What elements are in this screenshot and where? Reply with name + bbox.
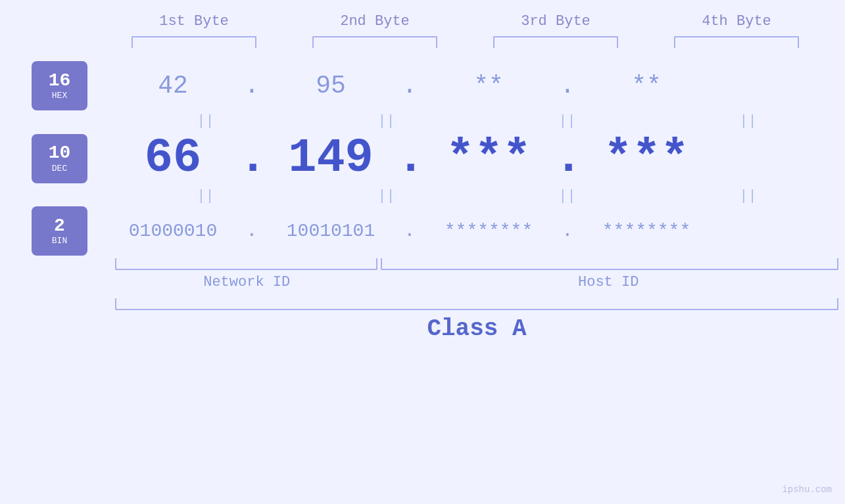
bin-ip-row: 01000010 . 10010101 . ******** . *******… [107, 221, 845, 241]
hex-ip-row: 42 . 95 . ** . ** [107, 72, 845, 100]
eq2-b1: || [140, 188, 272, 204]
label-row: Network ID Host ID [115, 274, 838, 290]
bin-number: 2 [54, 216, 65, 237]
bracket-4 [674, 36, 799, 48]
hex-b3: ** [423, 72, 554, 100]
hex-b2: 95 [265, 72, 397, 100]
hex-badge: 16 HEX [32, 61, 87, 110]
equals-row-2: || || || || [115, 185, 838, 206]
dec-badge: 10 DEC [32, 134, 87, 183]
dec-b1: 66 [107, 131, 239, 185]
equals-row-1: || || || || [115, 110, 838, 131]
bin-badge: 2 BIN [32, 206, 87, 256]
eq1-b4: || [683, 113, 814, 129]
byte2-label: 2nd Byte [302, 13, 447, 30]
dec-dot2: . [397, 131, 423, 185]
full-bracket [115, 298, 838, 310]
eq2-b3: || [502, 188, 633, 204]
dec-b4: *** [581, 131, 712, 185]
bin-dot1: . [239, 221, 265, 241]
dec-row: 10 DEC 66 . 149 . *** . *** [0, 131, 845, 185]
hex-label: HEX [52, 91, 67, 101]
dec-dot3: . [554, 131, 581, 185]
bin-b3: ******** [423, 221, 554, 241]
host-id-label: Host ID [378, 274, 838, 290]
dec-ip-row: 66 . 149 . *** . *** [107, 131, 845, 185]
byte3-label: 3rd Byte [483, 13, 628, 30]
network-bracket [115, 258, 377, 270]
bottom-bracket-row [115, 258, 838, 270]
bin-dot3: . [554, 221, 581, 241]
eq2-b4: || [683, 188, 814, 204]
watermark: ipshu.com [782, 484, 832, 495]
top-bracket-row [104, 36, 827, 48]
hex-row: 16 HEX 42 . 95 . ** . ** [0, 61, 845, 110]
bracket-2 [312, 36, 437, 48]
hex-number: 16 [49, 71, 71, 91]
header-row: 1st Byte 2nd Byte 3rd Byte 4th Byte [104, 13, 827, 30]
eq2-b2: || [321, 188, 452, 204]
hex-b4: ** [581, 72, 712, 100]
dec-number: 10 [49, 143, 71, 164]
byte1-label: 1st Byte [122, 13, 266, 30]
bracket-3 [493, 36, 618, 48]
eq1-b1: || [140, 113, 272, 129]
class-row: Class A [115, 315, 838, 342]
bin-dot2: . [397, 221, 423, 241]
class-label: Class A [427, 315, 526, 342]
hex-dot2: . [397, 72, 423, 100]
bin-label: BIN [52, 236, 67, 246]
bin-b4: ******** [581, 221, 712, 241]
eq1-b2: || [321, 113, 452, 129]
dec-dot1: . [239, 131, 265, 185]
bin-b2: 10010101 [265, 221, 397, 241]
hex-dot1: . [239, 72, 265, 100]
bracket-1 [132, 36, 256, 48]
dec-label: DEC [52, 164, 67, 173]
full-bracket-row [115, 298, 838, 310]
dec-b3: *** [423, 131, 554, 185]
bin-b1: 01000010 [107, 221, 239, 241]
hex-b1: 42 [107, 72, 239, 100]
bin-row: 2 BIN 01000010 . 10010101 . ******** . *… [0, 206, 845, 256]
eq1-b3: || [502, 113, 633, 129]
main-container: 1st Byte 2nd Byte 3rd Byte 4th Byte 16 H… [0, 0, 845, 504]
hex-dot3: . [554, 72, 581, 100]
network-id-label: Network ID [115, 274, 378, 290]
byte4-label: 4th Byte [664, 13, 809, 30]
dec-b2: 149 [265, 131, 397, 185]
host-bracket [381, 258, 838, 270]
